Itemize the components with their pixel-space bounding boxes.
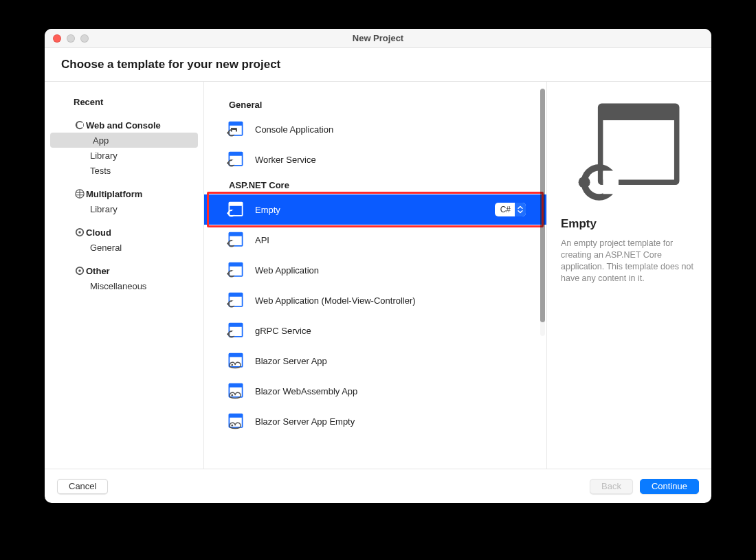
- template-console-app[interactable]: Console Application: [204, 114, 546, 144]
- svg-point-31: [227, 303, 229, 305]
- sidebar-item-label: General: [90, 243, 122, 253]
- sidebar-item-mp-library[interactable]: Library: [47, 201, 201, 216]
- sidebar-header-label: Multiplatform: [86, 189, 142, 199]
- sidebar-item-label: Library: [90, 150, 118, 161]
- svg-point-6: [78, 269, 81, 272]
- sidebar-item-miscellaneous[interactable]: Miscellaneous: [47, 278, 201, 293]
- svg-rect-8: [229, 122, 242, 126]
- template-label: Empty: [255, 205, 280, 215]
- svg-point-1: [76, 124, 78, 126]
- sidebar-item-cloud-general[interactable]: General: [47, 240, 201, 255]
- empty-icon: [226, 260, 245, 280]
- chevron-up-down-icon: [515, 203, 526, 216]
- template-label: Blazor WebAssembly App: [255, 386, 357, 396]
- worker-icon: [226, 150, 245, 169]
- language-select[interactable]: C#: [495, 203, 526, 216]
- sidebar-item-app[interactable]: App: [50, 133, 198, 148]
- dotnet-icon: [75, 120, 85, 130]
- blazor-icon: [226, 381, 245, 401]
- template-grpc[interactable]: gRPC Service: [204, 315, 546, 346]
- template-list: General Console Application Worker Servi…: [204, 82, 546, 469]
- sidebar-header-web-console[interactable]: Web and Console: [47, 117, 201, 133]
- svg-point-38: [231, 364, 233, 366]
- svg-rect-13: [229, 153, 242, 156]
- sidebar-header-label: Other: [86, 266, 110, 276]
- svg-rect-46: [600, 106, 676, 120]
- empty-icon: [226, 291, 245, 310]
- blazor-icon: [226, 351, 245, 370]
- continue-button[interactable]: Continue: [640, 479, 699, 494]
- template-blazor-server-empty[interactable]: Blazor Server App Empty: [204, 406, 546, 436]
- sidebar-item-label: Library: [90, 204, 118, 214]
- svg-rect-33: [229, 324, 242, 327]
- titlebar: New Project: [45, 29, 711, 48]
- detail-panel: Empty An empty project template for crea…: [546, 82, 711, 469]
- scrollbar[interactable]: [540, 89, 545, 336]
- close-window-button[interactable]: [53, 34, 61, 43]
- template-label: Blazor Server App Empty: [255, 416, 355, 427]
- template-web-app-mvc[interactable]: Web Application (Model-View-Controller): [204, 285, 546, 315]
- svg-rect-37: [229, 354, 242, 357]
- svg-rect-40: [229, 384, 242, 388]
- svg-rect-43: [229, 414, 242, 418]
- svg-point-35: [227, 333, 229, 335]
- cancel-button[interactable]: Cancel: [57, 479, 108, 494]
- subtitle-bar: Choose a template for your new project: [45, 48, 711, 82]
- footer: Cancel Back Continue: [45, 469, 711, 503]
- svg-rect-22: [232, 240, 236, 245]
- svg-point-23: [227, 243, 229, 245]
- template-section-title: ASP.NET Core: [204, 175, 546, 194]
- empty-icon: [226, 321, 245, 340]
- detail-title: Empty: [561, 217, 597, 231]
- cloud-icon: [75, 227, 85, 237]
- svg-point-11: [227, 132, 229, 134]
- sidebar-item-label: Tests: [90, 166, 111, 176]
- scrollbar-thumb[interactable]: [540, 89, 545, 322]
- svg-rect-34: [232, 331, 236, 336]
- svg-rect-21: [229, 233, 242, 236]
- template-blazor-wasm[interactable]: Blazor WebAssembly App: [204, 376, 546, 406]
- template-label: Web Application (Model-View-Controller): [255, 295, 416, 306]
- blazor-icon: [226, 412, 245, 431]
- svg-rect-10: [232, 130, 236, 135]
- sidebar-header-recent[interactable]: Recent: [47, 94, 201, 109]
- svg-point-27: [227, 273, 229, 275]
- template-api[interactable]: API: [204, 225, 546, 255]
- template-list-panel: General Console Application Worker Servi…: [204, 82, 546, 469]
- sidebar-item-library[interactable]: Library: [47, 148, 201, 163]
- sidebar: RecentWeb and ConsoleAppLibraryTestsMult…: [45, 82, 204, 469]
- template-empty[interactable]: EmptyC#: [204, 194, 546, 225]
- sidebar-header-cloud[interactable]: Cloud: [47, 225, 201, 240]
- svg-point-19: [227, 212, 229, 214]
- svg-point-41: [231, 394, 233, 396]
- page-title: Choose a template for your new project: [61, 58, 695, 71]
- svg-point-15: [227, 162, 229, 164]
- console-icon: [226, 120, 245, 139]
- template-blazor-server[interactable]: Blazor Server App: [204, 346, 546, 376]
- sidebar-header-other[interactable]: Other: [47, 263, 201, 278]
- zoom-window-button[interactable]: [80, 34, 89, 43]
- window-title: New Project: [45, 33, 711, 43]
- template-section-title: General: [204, 94, 546, 114]
- sidebar-header-multiplatform[interactable]: Multiplatform: [47, 186, 201, 201]
- sidebar-header-label: Cloud: [86, 227, 111, 238]
- window-controls: [45, 34, 89, 43]
- language-select-value: C#: [500, 205, 511, 214]
- template-worker-service[interactable]: Worker Service: [204, 144, 546, 175]
- other-icon: [75, 266, 85, 276]
- svg-point-44: [231, 425, 233, 427]
- template-label: API: [255, 235, 269, 245]
- template-label: gRPC Service: [255, 326, 311, 336]
- svg-rect-0: [80, 123, 83, 128]
- svg-rect-30: [232, 301, 236, 306]
- sidebar-header-label: Web and Console: [86, 120, 161, 131]
- minimize-window-button[interactable]: [67, 34, 75, 43]
- template-web-app[interactable]: Web Application: [204, 255, 546, 285]
- detail-icon: [575, 98, 685, 205]
- back-button[interactable]: Back: [590, 479, 633, 494]
- new-project-window: New Project Choose a template for your n…: [45, 29, 711, 503]
- sidebar-item-tests[interactable]: Tests: [47, 163, 201, 178]
- svg-rect-17: [229, 203, 242, 206]
- svg-point-4: [78, 231, 81, 234]
- empty-icon: [226, 200, 245, 219]
